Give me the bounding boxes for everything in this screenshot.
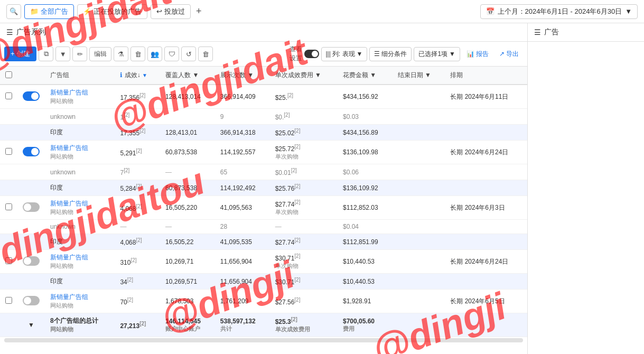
cpa-cell: — [270, 220, 338, 234]
campaign-toggle[interactable] [23, 147, 40, 156]
schedule-cell [445, 164, 527, 180]
imp-cell: 1,761,209 [215, 290, 270, 313]
chevron-down-icon: ▼ [625, 7, 632, 15]
users-button[interactable]: 👥 [147, 46, 162, 61]
row-checkbox[interactable] [5, 92, 12, 99]
edit-button[interactable]: ✏ [72, 46, 87, 61]
date-range-text: 上个月：2024年6月1日 - 2024年6月30日 [498, 7, 622, 16]
summary-checkbox-cell [0, 313, 17, 337]
add-tab-button[interactable]: + [194, 6, 204, 17]
reach-cell: — [160, 220, 215, 234]
unknown-name-cell: unknown [45, 164, 115, 180]
enddate-cell [393, 85, 445, 109]
toggle-cell [17, 164, 45, 180]
col-metric[interactable]: ℹ 成效↓ ▼ [115, 67, 160, 85]
report-button[interactable]: 📊 报告 [462, 48, 493, 61]
summary-reach-cell: 146,114,545 账户中心账户 [160, 313, 215, 337]
row-checkbox-cell [0, 109, 17, 125]
campaign-toggle[interactable] [23, 256, 40, 266]
undo-button[interactable]: ↺ [181, 46, 196, 61]
test-button[interactable]: ⚗ [114, 46, 128, 61]
tab-active-ads[interactable]: ⚡ 正在投放的广告 [77, 4, 147, 19]
campaign-sub: 网站购物 [50, 208, 109, 216]
cpa-cell: $25.02[2] [270, 125, 338, 141]
panel-icon: ☰ [6, 28, 13, 36]
shield-button[interactable]: 🛡 [164, 46, 179, 61]
return-icon: ↩ [156, 7, 162, 15]
row-checkbox[interactable] [5, 257, 12, 264]
ads-panel-title: 广告 [544, 27, 559, 37]
imp-cell: 366,914,409 [215, 85, 270, 109]
imp-sort-icon: ▼ [247, 71, 254, 79]
delete-button[interactable]: 🗑 [130, 46, 145, 61]
row-checkbox-cell [0, 196, 17, 220]
row-checkbox[interactable] [5, 148, 12, 155]
trash-button[interactable]: 🗑 [198, 46, 213, 61]
filter-button[interactable]: ☰ 细分条件 [369, 47, 412, 61]
campaign-toggle[interactable] [23, 91, 40, 101]
campaign-link[interactable]: 新销量广告组 [50, 144, 88, 152]
campaign-link[interactable]: 新销量广告组 [50, 254, 88, 261]
toggle-cell [17, 109, 45, 125]
cpa-cell: $27.74[2]单次购物 [270, 196, 338, 220]
spend-cell: $10,440.53 [338, 274, 393, 290]
campaign-toggle[interactable] [23, 202, 40, 212]
metric-cell: 5,291[2] [115, 141, 160, 164]
imp-cell: 41,095,563 [215, 196, 270, 220]
row-checkbox-cell [0, 274, 17, 290]
campaign-sub: 网站购物 [50, 153, 109, 161]
filter-label: 细分条件 [381, 50, 407, 59]
row-checkbox[interactable] [5, 203, 12, 210]
export-button[interactable]: ↗ 导出 [495, 48, 523, 61]
campaign-sub: 网站购物 [50, 262, 109, 270]
copy-button[interactable]: ⧉ [39, 46, 53, 61]
col-arrow-icon: ▼ [357, 50, 363, 58]
imp-cell: 9 [215, 109, 270, 125]
tab-past-ads[interactable]: ↩ 投放过 [151, 4, 191, 19]
date-range-selector[interactable]: 📅 上个月：2024年6月1日 - 2024年6月30日 ▼ [480, 4, 638, 19]
row-checkbox-cell [0, 180, 17, 196]
cpa-cell: $27.74[2] [270, 234, 338, 250]
summary-label-cell: 8个广告组的总计 网站购物 [45, 313, 115, 337]
view-label: 查看设置 [290, 45, 302, 63]
dropdown-button[interactable]: ▼ [55, 46, 70, 61]
cpa-cell: $27.56[2] [270, 290, 338, 313]
campaign-toggle[interactable] [23, 296, 40, 305]
view-toggle[interactable] [304, 50, 319, 58]
spend-cell: $10,440.53 [338, 250, 393, 274]
selected-label: 已选择1项 [418, 50, 447, 59]
reach-cell: 16,505,22 [160, 234, 215, 250]
tab-all-ads[interactable]: 📁 全部广告 [24, 4, 74, 19]
campaign-name-cell: 新销量广告组 网站购物 [45, 290, 115, 313]
schedule-cell: 长期 2024年6月11日 [445, 85, 527, 109]
summary-imp-cell: 538,597,132 共计 [215, 313, 270, 337]
filter-icon: ☰ [374, 50, 380, 58]
schedule-cell: 长期 2024年6月5日 [445, 290, 527, 313]
imp-cell: 11,656,904 [215, 274, 270, 290]
row-checkbox[interactable] [5, 297, 12, 304]
create-button[interactable]: + 创建 [4, 46, 36, 61]
edit-text-button[interactable]: 编辑 [89, 47, 111, 61]
metric-cell: 4,068[2] [115, 234, 160, 250]
toggle-cell [17, 141, 45, 164]
schedule-cell [445, 274, 527, 290]
top-bar: 🔍 📁 全部广告 ⚡ 正在投放的广告 ↩ 投放过 + 📅 上个月：2024年6月… [0, 0, 644, 23]
spend-sort-icon: ▼ [370, 71, 376, 79]
campaign-name-cell: 新销量广告组 网站购物 [45, 196, 115, 220]
main-content: ☰ 广告系列 + 创建 ⧉ ▼ ✏ 编辑 ⚗ 🗑 👥 🛡 ↺ 🗑 查看设置 ||… [0, 23, 644, 354]
campaign-link[interactable]: 新销量广告组 [50, 293, 88, 301]
selected-items[interactable]: 已选择1项 ▼ [414, 47, 460, 61]
calendar-icon: 📅 [486, 7, 494, 15]
search-button[interactable]: 🔍 [6, 4, 21, 19]
reach-cell: 128,413,01 [160, 125, 215, 141]
select-all-checkbox[interactable] [5, 71, 12, 78]
summary-row: ▼ 8个广告组的总计 网站购物 27,213[2] 146,114,545 账户… [0, 313, 527, 337]
enddate-cell [393, 164, 445, 180]
imp-cell: 114,192,557 [215, 141, 270, 164]
campaign-link[interactable]: 新销量广告组 [50, 200, 88, 207]
horizontal-scrollbar[interactable] [4, 338, 523, 342]
campaign-link[interactable]: 新销量广告组 [50, 89, 88, 96]
reach-sort-icon: ▼ [192, 71, 199, 79]
column-selector[interactable]: ||| 列: 表现 ▼ [321, 47, 368, 61]
schedule-cell: 长期 2024年6月24日 [445, 250, 527, 274]
